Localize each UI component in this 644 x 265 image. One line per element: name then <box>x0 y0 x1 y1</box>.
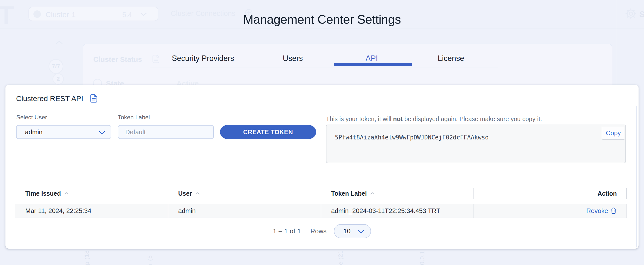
sort-asc-icon <box>196 192 200 195</box>
chart-tick-label: r (5 <box>146 250 154 265</box>
token-notice-suffix: be displayed again. Please make sure you… <box>403 115 542 122</box>
cell-user: admin <box>168 204 321 218</box>
document-icon <box>152 55 160 64</box>
api-settings-card: Clustered REST API Select User admin Tok… <box>6 85 638 249</box>
cluster-status-title: Cluster Status <box>93 56 142 64</box>
panel-heading: Clustered REST API <box>16 94 98 105</box>
copy-token-button[interactable]: Copy <box>602 127 624 140</box>
management-center-page: T Cluster-1 5.4 Cluster Connections S 7/… <box>0 0 644 265</box>
table-row: Mar 11, 2024, 22:25:34 admin admin_2024-… <box>15 204 627 218</box>
sidebar-badge-clients: 2 <box>52 73 64 85</box>
tokens-table-header: Time Issued User Token Label Action <box>15 188 627 199</box>
chart-tick-label: e (21 <box>337 250 344 265</box>
token-label-input-wrap <box>118 125 214 139</box>
token-label-input[interactable] <box>118 126 213 138</box>
tokens-table: Time Issued User Token Label Action Mar … <box>15 188 627 218</box>
rows-per-page-value: 10 <box>343 227 350 235</box>
tab-api[interactable]: API <box>366 54 378 63</box>
chevron-down-icon <box>99 128 105 136</box>
sort-asc-icon <box>64 192 68 195</box>
token-notice-bold: not <box>393 115 403 122</box>
token-display-box: 5Pfw4t8AizaXh4elw9WwFpDWJDNCejF02dcFFAAk… <box>326 125 626 163</box>
topbar-divider <box>0 28 644 29</box>
pagination-range: 1 – 1 of 1 <box>273 227 301 235</box>
token-notice-prefix: This is your token, it will <box>326 115 393 122</box>
sidebar-collapse-icon <box>56 40 63 45</box>
token-value: 5Pfw4t8AizaXh4elw9WwFpDWJDNCejF02dcFFAAk… <box>335 134 488 141</box>
rows-per-page-label: Rows <box>310 227 326 235</box>
revoke-label: Revoke <box>586 207 608 215</box>
column-label: User <box>178 190 192 197</box>
select-user-label: Select User <box>16 114 47 121</box>
sort-asc-icon <box>370 192 374 195</box>
select-user-dropdown[interactable]: admin <box>16 125 112 139</box>
rows-per-page-select[interactable]: 10 <box>334 224 371 238</box>
page-title: Management Center Settings <box>0 12 644 27</box>
tab-license[interactable]: License <box>438 54 464 63</box>
column-header-action: Action <box>474 188 627 199</box>
tab-security-providers[interactable]: Security Providers <box>172 54 234 63</box>
tabstrip-divider <box>150 68 498 68</box>
chevron-down-icon <box>358 227 364 235</box>
column-label: Token Label <box>331 190 367 197</box>
docs-link-icon[interactable] <box>90 94 98 105</box>
column-header-user[interactable]: User <box>168 188 321 199</box>
token-label-label: Token Label <box>118 114 150 121</box>
revoke-link[interactable]: Revoke <box>586 207 617 215</box>
token-notice: This is your token, it will not be displ… <box>326 115 542 123</box>
column-header-token-label[interactable]: Token Label <box>321 188 474 199</box>
column-label: Time Issued <box>25 190 61 197</box>
column-label: Action <box>598 190 617 197</box>
column-header-time-issued[interactable]: Time Issued <box>15 188 168 199</box>
chart-tick-label: 0.0.1 <box>419 250 426 265</box>
tab-users[interactable]: Users <box>283 54 303 63</box>
cell-action: Revoke <box>474 204 627 218</box>
cell-time-issued: Mar 11, 2024, 22:25:34 <box>15 204 168 218</box>
trash-icon <box>610 207 617 214</box>
cell-token-label: admin_2024-03-11T22:25:34.453 TRT <box>321 204 474 218</box>
select-user-value: admin <box>25 128 42 136</box>
sidebar-badge-members: 7/7 <box>48 59 63 74</box>
chart-tick-label: p (18 <box>84 250 90 265</box>
panel-heading-label: Clustered REST API <box>16 94 83 103</box>
active-tab-indicator <box>334 63 412 66</box>
pagination: 1 – 1 of 1 Rows 10 <box>6 224 638 238</box>
create-token-button[interactable]: CREATE TOKEN <box>220 125 316 139</box>
